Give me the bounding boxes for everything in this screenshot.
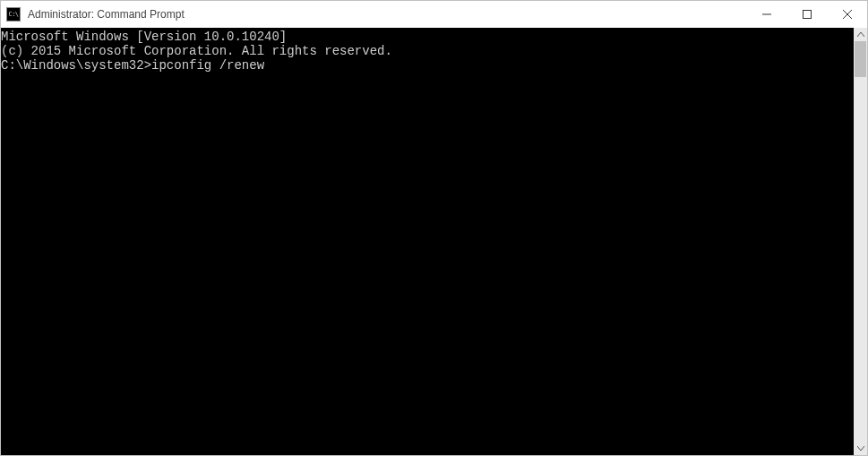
chevron-down-icon	[857, 446, 864, 451]
maximize-button[interactable]	[786, 1, 827, 28]
cmd-icon: C:\	[6, 7, 21, 22]
prompt: C:\Windows\system32>	[1, 58, 151, 73]
close-button[interactable]	[827, 1, 867, 28]
close-icon	[843, 10, 852, 19]
scroll-up-button[interactable]	[854, 28, 867, 41]
scroll-down-button[interactable]	[854, 442, 867, 455]
output-line: (c) 2015 Microsoft Corporation. All righ…	[1, 44, 854, 58]
content-area: Microsoft Windows [Version 10.0.10240](c…	[1, 28, 867, 455]
command-input[interactable]: ipconfig /renew	[151, 58, 264, 73]
minimize-button[interactable]	[746, 1, 786, 28]
vertical-scrollbar[interactable]	[854, 28, 867, 455]
window-title: Administrator: Command Prompt	[28, 8, 185, 21]
chevron-up-icon	[857, 32, 864, 37]
command-prompt-window: C:\ Administrator: Command Prompt Micros…	[0, 0, 868, 456]
maximize-icon	[803, 10, 812, 19]
titlebar[interactable]: C:\ Administrator: Command Prompt	[1, 1, 867, 28]
scroll-thumb[interactable]	[855, 41, 866, 77]
prompt-line: C:\Windows\system32>ipconfig /renew	[1, 58, 854, 73]
minimize-icon	[762, 10, 771, 19]
terminal-output[interactable]: Microsoft Windows [Version 10.0.10240](c…	[1, 28, 854, 455]
output-line: Microsoft Windows [Version 10.0.10240]	[1, 30, 854, 44]
svg-rect-1	[803, 11, 811, 19]
